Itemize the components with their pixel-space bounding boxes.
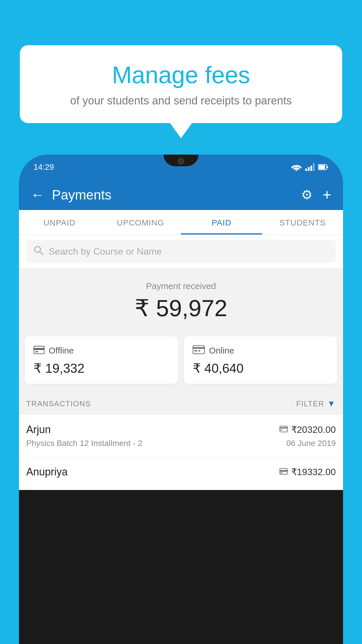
- filter-label: FILTER: [296, 399, 324, 408]
- phone-frame: 14:29 ← Payments: [19, 155, 343, 644]
- offline-icon: [34, 344, 45, 357]
- transaction-amount-wrapper: ₹20320.00: [280, 424, 336, 435]
- offline-amount: ₹ 19,332: [34, 361, 169, 376]
- signal-icon: [305, 163, 314, 171]
- search-input[interactable]: Search by Course or Name: [49, 246, 162, 257]
- payment-received-amount: ₹ 59,972: [19, 295, 343, 322]
- transaction-amount: ₹19332.00: [291, 466, 336, 477]
- online-payment-card: Online ₹ 40,640: [184, 336, 337, 384]
- transaction-row[interactable]: Arjun ₹20320.00 Physics Batch 12 Install…: [19, 415, 343, 457]
- transaction-top: Anupriya ₹19332.00: [26, 466, 336, 478]
- transaction-date: 06 June 2019: [286, 439, 336, 448]
- transaction-top: Arjun ₹20320.00: [26, 424, 336, 436]
- speech-bubble-subtitle: of your students and send receipts to pa…: [37, 94, 325, 107]
- online-icon: [193, 344, 205, 357]
- transactions-header: TRANSACTIONS FILTER ▼: [19, 393, 343, 415]
- tab-unpaid[interactable]: UNPAID: [19, 210, 100, 235]
- search-bar-wrapper: Search by Course or Name: [19, 235, 343, 268]
- gear-button[interactable]: ⚙: [301, 187, 312, 202]
- filter-icon: ▼: [327, 399, 336, 408]
- svg-rect-17: [280, 426, 287, 432]
- svg-rect-19: [280, 430, 282, 430]
- svg-rect-11: [34, 348, 44, 350]
- transaction-row[interactable]: Anupriya ₹19332.00: [19, 457, 343, 490]
- tab-upcoming[interactable]: UPCOMING: [100, 210, 181, 235]
- payment-received-label: Payment received: [19, 281, 343, 291]
- payment-received-section: Payment received ₹ 59,972: [19, 268, 343, 330]
- search-bar[interactable]: Search by Course or Name: [26, 240, 336, 263]
- app-content: Search by Course or Name Payment receive…: [19, 235, 343, 490]
- app-bar-title: Payments: [52, 187, 294, 203]
- transaction-amount-wrapper: ₹19332.00: [280, 466, 336, 477]
- payment-cards: Offline ₹ 19,332 Online: [19, 330, 343, 393]
- status-icons: [291, 163, 328, 171]
- transaction-name: Arjun: [26, 424, 51, 436]
- svg-rect-6: [327, 166, 328, 168]
- svg-rect-13: [193, 346, 205, 354]
- tab-students[interactable]: STUDENTS: [262, 210, 343, 235]
- tab-paid[interactable]: PAID: [181, 210, 262, 235]
- speech-bubble-title: Manage fees: [37, 61, 325, 89]
- svg-rect-1: [305, 169, 307, 171]
- online-label: Online: [209, 346, 234, 356]
- battery-icon: [318, 164, 328, 170]
- svg-rect-16: [198, 350, 200, 351]
- back-button[interactable]: ←: [31, 187, 45, 203]
- offline-payment-card: Offline ₹ 19,332: [25, 336, 178, 384]
- svg-line-9: [40, 251, 43, 255]
- svg-rect-21: [280, 470, 287, 472]
- status-bar: 14:29: [19, 155, 343, 179]
- svg-rect-22: [280, 473, 282, 473]
- offline-card-header: Offline: [34, 344, 169, 357]
- online-card-header: Online: [193, 344, 328, 357]
- online-amount: ₹ 40,640: [193, 361, 328, 376]
- status-time: 14:29: [34, 162, 54, 172]
- svg-rect-4: [313, 163, 314, 171]
- add-button[interactable]: +: [323, 186, 331, 204]
- phone-notch: [164, 155, 198, 166]
- svg-rect-3: [310, 166, 312, 171]
- transaction-name: Anupriya: [26, 466, 68, 478]
- wifi-icon: [291, 163, 302, 171]
- svg-rect-2: [308, 167, 310, 171]
- offline-label: Offline: [49, 346, 74, 356]
- tabs-bar: UNPAID UPCOMING PAID STUDENTS: [19, 210, 343, 235]
- transaction-bottom: Physics Batch 12 Installment - 2 06 June…: [26, 439, 336, 448]
- transaction-amount: ₹20320.00: [291, 424, 336, 435]
- filter-button[interactable]: FILTER ▼: [296, 399, 336, 408]
- svg-point-0: [296, 169, 297, 171]
- svg-rect-15: [194, 350, 197, 351]
- search-icon: [34, 245, 43, 258]
- svg-rect-7: [319, 165, 325, 169]
- svg-rect-12: [35, 351, 38, 352]
- speech-bubble: Manage fees of your students and send re…: [20, 45, 342, 123]
- transaction-course: Physics Batch 12 Installment - 2: [26, 439, 142, 448]
- phone-camera: [178, 158, 184, 164]
- transaction-offline-icon: [280, 467, 288, 477]
- transaction-online-icon: [280, 425, 288, 434]
- transactions-label: TRANSACTIONS: [26, 399, 91, 408]
- app-bar: ← Payments ⚙ +: [19, 179, 343, 210]
